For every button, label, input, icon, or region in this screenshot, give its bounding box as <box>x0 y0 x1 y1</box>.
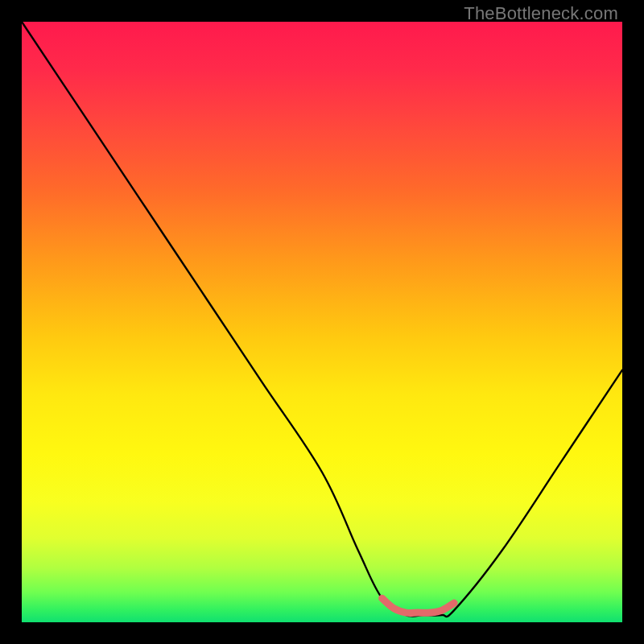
plot-area <box>22 22 622 622</box>
highlight-segment <box>382 598 455 613</box>
chart-svg <box>22 22 622 622</box>
main-curve <box>22 22 622 617</box>
attribution-text: TheBottleneck.com <box>464 3 618 24</box>
chart-container: TheBottleneck.com <box>0 0 644 644</box>
